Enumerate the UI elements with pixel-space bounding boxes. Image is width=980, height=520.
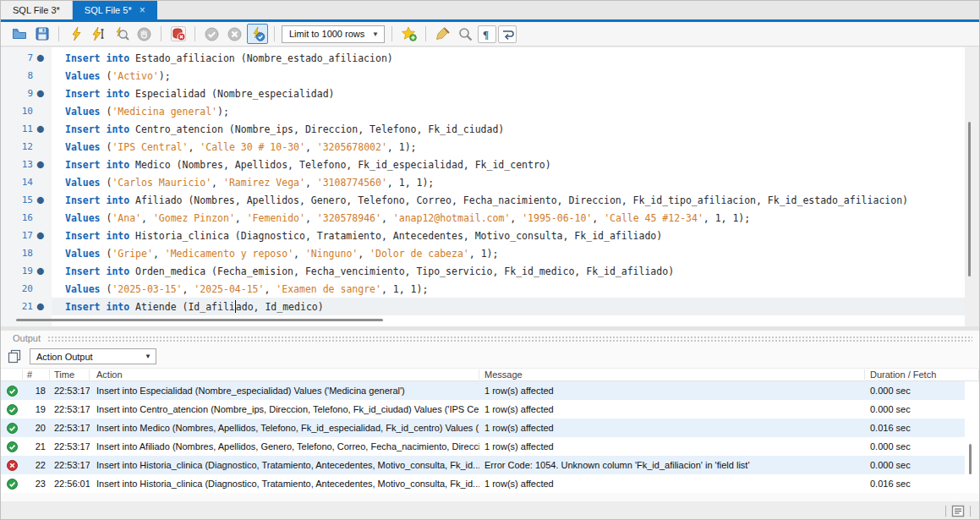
row-index: 19: [23, 404, 50, 414]
rollback-icon: [224, 24, 245, 44]
row-time: 22:53:17: [50, 441, 90, 452]
code-text: Insert into Afiliado (Nombres, Apellidos…: [48, 194, 908, 206]
find-icon[interactable]: [455, 24, 476, 44]
editor-horizontal-scrollbar[interactable]: [16, 319, 383, 321]
commit-icon: [201, 24, 222, 44]
open-file-icon[interactable]: [8, 24, 30, 44]
toolbar-separator: [58, 26, 59, 41]
statement-marker-icon: ⬤: [33, 125, 48, 133]
output-row-18[interactable]: 1822:53:17Insert into Especialidad (Nomb…: [1, 381, 965, 400]
toggle-stop-on-error-icon[interactable]: [167, 24, 189, 44]
column-header-action: Action: [90, 369, 479, 380]
line-number: 16: [1, 212, 33, 223]
output-row-21[interactable]: 2122:53:17Insert into Afiliado (Nombres,…: [1, 437, 965, 456]
tab-sql-file-5[interactable]: SQL File 5*×: [73, 1, 157, 19]
row-time: 22:53:17: [50, 404, 90, 414]
code-line-13[interactable]: 13⬤Insert into Medico (Nombres, Apellido…: [1, 156, 965, 173]
success-icon: [1, 441, 23, 452]
invisible-chars-icon[interactable]: ¶: [478, 25, 496, 43]
row-message: 1 row(s) affected: [479, 423, 865, 433]
editor-vertical-scrollbar-track[interactable]: [965, 47, 980, 326]
tab-sql-file-3[interactable]: SQL File 3*: [1, 1, 73, 19]
code-line-21[interactable]: 21⬤Insert into Atiende (Id_afiliado, Id_…: [1, 298, 965, 315]
statement-marker-icon: ⬤: [33, 232, 48, 239]
success-icon: [1, 423, 23, 434]
code-line-12[interactable]: 12Values ('IPS Central', 'Calle 30 # 10-…: [1, 138, 965, 156]
code-line-19[interactable]: 19⬤Insert into Orden_medica (Fecha_emisi…: [1, 262, 965, 280]
statement-marker-icon: ⬤: [33, 161, 48, 168]
execute-statement-icon[interactable]: [88, 24, 109, 44]
line-number: 14: [1, 177, 33, 188]
svg-text:¶: ¶: [483, 28, 489, 41]
row-duration: 0.000 sec: [865, 404, 965, 414]
output-view-selector[interactable]: Action Output ▼: [30, 348, 156, 364]
explain-icon[interactable]: [111, 24, 132, 44]
limit-rows-dropdown[interactable]: Limit to 1000 rows▼: [282, 25, 385, 43]
code-text: Values ('Carlos Mauricio', 'Ramirez Vega…: [48, 177, 434, 189]
statement-marker-icon: ⬤: [33, 303, 48, 310]
grid-rows: 1822:53:17Insert into Especialidad (Nomb…: [1, 381, 979, 493]
status-bar: [1, 501, 979, 520]
statement-marker-icon: ⬤: [33, 54, 48, 62]
row-message: 1 row(s) affected: [479, 441, 865, 452]
close-tab-icon[interactable]: ×: [140, 5, 145, 15]
output-row-22[interactable]: 2222:53:17Insert into Historia_clinica (…: [1, 456, 965, 474]
stop-icon: [134, 24, 155, 44]
output-vertical-scrollbar[interactable]: [969, 444, 972, 474]
code-line-20[interactable]: 20Values ('2025-03-15', '2025-04-15', 'E…: [1, 280, 965, 298]
line-number: 17: [1, 230, 33, 241]
row-message: Error Code: 1054. Unknown column 'Fk_id_…: [479, 460, 865, 470]
row-time: 22:53:17: [50, 386, 90, 396]
output-panel-title: Output: [13, 333, 41, 343]
output-row-20[interactable]: 2022:53:17Insert into Medico (Nombres, A…: [1, 419, 965, 437]
statement-marker-icon: ⬤: [33, 90, 48, 97]
beautify-icon[interactable]: [432, 24, 453, 44]
row-action: Insert into Afiliado (Nombres, Apellidos…: [90, 441, 479, 452]
sql-code-editor[interactable]: 7⬤Insert into Estado_afiliacion (Nombre_…: [1, 47, 965, 326]
column-header-status: [1, 369, 23, 380]
code-line-11[interactable]: 11⬤Insert into Centro_atencion (Nombre_i…: [1, 120, 965, 138]
form-editor-icon[interactable]: [951, 505, 965, 517]
save-icon[interactable]: [31, 24, 52, 44]
output-scrollbar-track[interactable]: [963, 381, 977, 493]
success-icon: [1, 404, 23, 415]
code-line-8[interactable]: 8Values ('Activo');: [1, 67, 965, 85]
code-line-10[interactable]: 10Values ('Medicina general');: [1, 102, 965, 120]
line-number: 13: [1, 159, 33, 170]
output-row-23[interactable]: 2322:56:01Insert into Historia_clinica (…: [1, 474, 965, 493]
editor-vertical-scrollbar[interactable]: [968, 122, 971, 276]
row-time: 22:53:17: [50, 423, 90, 433]
statement-marker-icon: ⬤: [33, 196, 48, 204]
line-number: 11: [1, 123, 33, 134]
code-line-9[interactable]: 9⬤Insert into Especialidad (Nombre_espec…: [1, 85, 965, 102]
row-message: 1 row(s) affected: [479, 404, 865, 414]
code-text: Values ('Activo');: [48, 70, 171, 82]
output-toolbar: Action Output ▼: [1, 345, 979, 368]
code-line-7[interactable]: 7⬤Insert into Estado_afiliacion (Nombre_…: [1, 49, 965, 67]
toggle-autocommit-icon[interactable]: [247, 24, 268, 44]
limit-rows-value: Limit to 1000 rows: [289, 29, 364, 39]
code-text: Values ('Ana', 'Gomez Pinzon', 'Femenido…: [48, 212, 750, 224]
statement-marker-icon: ⬤: [33, 267, 48, 275]
row-index: 20: [23, 423, 50, 433]
row-index: 22: [23, 460, 50, 470]
toolbar-separator: [425, 26, 426, 41]
code-line-17[interactable]: 17⬤Insert into Historia_clinica (Diagnos…: [1, 227, 965, 244]
row-message: 1 row(s) affected: [479, 479, 865, 489]
output-panel: Output Action Output ▼ #TimeActionMessag…: [1, 331, 979, 501]
wrap-text-icon[interactable]: [498, 25, 517, 43]
code-line-18[interactable]: 18Values ('Gripe', 'Medicamento y reposo…: [1, 244, 965, 262]
column-header-time: Time: [50, 369, 90, 380]
code-line-15[interactable]: 15⬤Insert into Afiliado (Nombres, Apelli…: [1, 191, 965, 209]
toolbar-separator: [391, 26, 392, 41]
code-line-14[interactable]: 14Values ('Carlos Mauricio', 'Ramirez Ve…: [1, 173, 965, 191]
execute-script-icon[interactable]: [65, 24, 86, 44]
row-action: Insert into Centro_atencion (Nombre_ips,…: [90, 404, 479, 414]
sql-toolbar: Limit to 1000 rows▼¶: [1, 22, 979, 47]
output-row-19[interactable]: 1922:53:17Insert into Centro_atencion (N…: [1, 400, 965, 419]
chevron-down-icon: ▼: [372, 30, 379, 38]
row-action: Insert into Especialidad (Nombre_especia…: [90, 386, 479, 396]
save-snippet-icon[interactable]: [398, 24, 419, 44]
toolbar-separator: [274, 26, 275, 41]
code-line-16[interactable]: 16Values ('Ana', 'Gomez Pinzon', 'Femeni…: [1, 209, 965, 227]
